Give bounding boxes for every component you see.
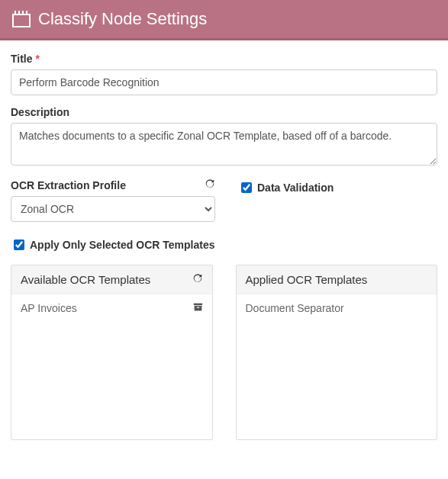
description-textarea[interactable]: Matches documents to a specific Zonal OC… bbox=[11, 123, 437, 166]
available-templates-panel: Available OCR Templates AP Invoices bbox=[11, 265, 213, 440]
apply-only-checkbox[interactable] bbox=[14, 240, 24, 250]
title-input[interactable] bbox=[11, 69, 437, 95]
available-panel-title: Available OCR Templates bbox=[21, 273, 150, 286]
profile-select[interactable]: Zonal OCR bbox=[11, 196, 215, 222]
profile-label: OCR Extraction Profile bbox=[11, 179, 126, 191]
dialog-title: Classify Node Settings bbox=[38, 9, 207, 29]
svg-rect-5 bbox=[193, 304, 201, 305]
required-asterisk: * bbox=[35, 53, 39, 65]
description-label: Description bbox=[11, 106, 437, 118]
node-icon bbox=[12, 11, 31, 27]
svg-rect-0 bbox=[13, 14, 30, 27]
data-validation-row: Data Validation bbox=[238, 180, 334, 195]
svg-rect-7 bbox=[196, 307, 198, 308]
refresh-profiles-icon[interactable] bbox=[205, 178, 215, 191]
template-name: AP Invoices bbox=[21, 302, 77, 314]
applied-templates-panel: Applied OCR Templates Document Separator bbox=[236, 265, 438, 440]
templates-row: Available OCR Templates AP Invoices bbox=[11, 265, 437, 440]
list-item[interactable]: Document Separator bbox=[237, 294, 437, 322]
applied-panel-header: Applied OCR Templates bbox=[237, 265, 437, 294]
applied-panel-body: Document Separator bbox=[237, 294, 437, 439]
dialog-header: Classify Node Settings bbox=[0, 0, 448, 40]
archive-icon[interactable] bbox=[193, 302, 203, 314]
apply-only-row: Apply Only Selected OCR Templates bbox=[11, 237, 437, 252]
applied-panel-title: Applied OCR Templates bbox=[246, 273, 368, 286]
data-validation-label[interactable]: Data Validation bbox=[257, 182, 334, 194]
svg-rect-6 bbox=[194, 306, 201, 311]
data-validation-checkbox[interactable] bbox=[241, 182, 252, 193]
profile-column: OCR Extraction Profile Zonal OCR bbox=[11, 178, 215, 222]
dialog-content: Title * Description Matches documents to… bbox=[0, 40, 448, 455]
apply-only-label[interactable]: Apply Only Selected OCR Templates bbox=[30, 239, 214, 251]
available-panel-header: Available OCR Templates bbox=[11, 265, 212, 294]
refresh-templates-icon[interactable] bbox=[192, 273, 203, 286]
list-item[interactable]: AP Invoices bbox=[11, 294, 212, 322]
profile-validation-row: OCR Extraction Profile Zonal OCR Data Va… bbox=[11, 178, 437, 222]
title-label: Title * bbox=[11, 53, 437, 65]
profile-label-row: OCR Extraction Profile bbox=[11, 178, 215, 191]
template-name: Document Separator bbox=[246, 302, 344, 314]
title-label-text: Title bbox=[11, 53, 33, 65]
available-panel-body: AP Invoices bbox=[11, 294, 212, 439]
